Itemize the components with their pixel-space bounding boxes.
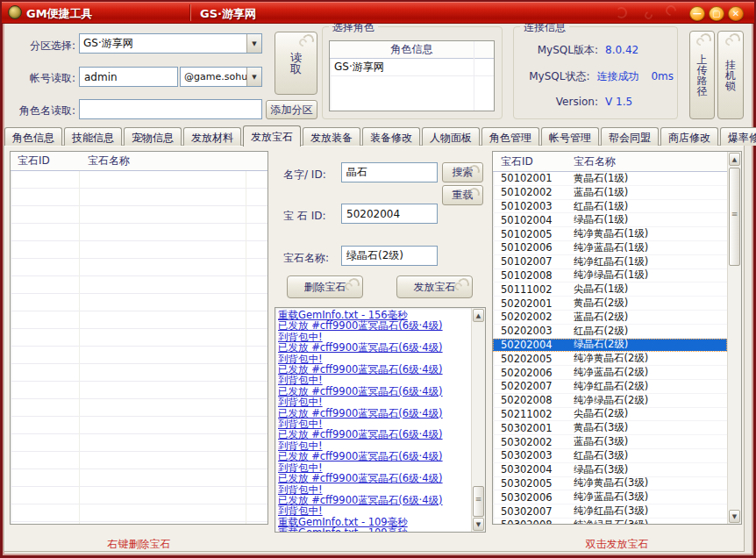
gem-row[interactable]: 50302007纯净红晶石(3级)	[493, 504, 727, 519]
partition-select[interactable]: GS·游享网 ▼	[79, 33, 262, 54]
gem-row[interactable]: 50302001黄晶石(3级)	[493, 421, 727, 435]
version-row: Version: V 1.5	[519, 95, 674, 109]
tab-0[interactable]: 角色信息	[4, 127, 62, 146]
scrollbar-thumb[interactable]	[473, 486, 484, 517]
scroll-up-icon[interactable]: ▲	[473, 309, 484, 322]
tab-10[interactable]: 帮会同盟	[601, 127, 659, 146]
log-scrollbar[interactable]: ▲ ▼	[471, 308, 485, 532]
minimize-button[interactable]: —	[689, 6, 705, 21]
tab-2[interactable]: 宠物信息	[124, 127, 182, 146]
gem-row[interactable]: 50302003红晶石(3级)	[493, 449, 727, 463]
tab-6[interactable]: 装备修改	[362, 127, 420, 146]
app-title: GM便捷工具	[26, 6, 93, 22]
gem-row[interactable]: 50202008纯净绿晶石(2级)	[493, 394, 727, 408]
log-line: 已发放 #cff9900蓝冥晶石(6级·4级)	[278, 451, 470, 461]
gem-name-header[interactable]: 宝石名称	[565, 154, 616, 169]
gem-row[interactable]: 50302005纯净黄晶石(3级)	[493, 477, 727, 491]
gem-name-input[interactable]: 绿晶石(2级)	[341, 246, 438, 266]
add-partition-button[interactable]: 添加分区	[266, 100, 317, 119]
gem-row[interactable]: 50202004绿晶石(2级)	[493, 339, 727, 353]
gem-row-id: 50202001	[493, 297, 565, 310]
gem-tab-page: 宝石ID 宝石名称 右键删除宝石 名字/ ID: 晶石 搜索 重载 宝 石 ID…	[4, 145, 745, 552]
gem-catalog-scrollbar[interactable]: ▲ ▼	[727, 152, 741, 524]
log-line: 到背包中!	[278, 375, 470, 385]
tab-1[interactable]: 技能信息	[64, 127, 122, 146]
mysql-status-row: MySQL状态: 连接成功 0ms	[519, 69, 674, 83]
account-label: 帐号读取:	[7, 71, 75, 86]
dropdown-arrow-icon[interactable]: ▼	[246, 68, 261, 86]
hangup-lock-button[interactable]: 挂 机 锁	[717, 31, 744, 119]
gem-row-id: 50202005	[493, 353, 565, 365]
gem-row[interactable]: 50102008纯净绿晶石(1级)	[493, 269, 727, 283]
maximize-button[interactable]: ▢	[709, 6, 724, 21]
mysql-version-row: MySQL版本: 8.0.42	[519, 43, 674, 57]
read-button[interactable]: 读 取	[275, 32, 317, 95]
tab-8[interactable]: 角色管理	[481, 127, 539, 146]
search-button[interactable]: 搜索	[442, 162, 483, 182]
log-output[interactable]: 重载GemInfo.txt - 156毫秒已发放 #cff9900蓝冥晶石(6级…	[275, 307, 486, 533]
close-button[interactable]: ✕	[728, 6, 744, 21]
owned-gem-list[interactable]: 宝石ID 宝石名称	[10, 151, 268, 525]
gem-row[interactable]: 50302004绿晶石(3级)	[493, 463, 727, 477]
gem-row[interactable]: 50202006纯净蓝晶石(2级)	[493, 366, 727, 380]
gem-row-name: 蓝晶石(1级)	[565, 186, 727, 199]
gem-search-input[interactable]: 晶石	[341, 162, 438, 182]
account-input[interactable]: admin	[79, 67, 178, 87]
tab-9[interactable]: 帐号管理	[541, 127, 599, 146]
gem-row[interactable]: 50102007纯净红晶石(1级)	[493, 255, 727, 269]
gem-row[interactable]: 50102005纯净黄晶石(1级)	[493, 227, 727, 241]
delete-gem-button[interactable]: 删除宝石	[287, 275, 363, 298]
tab-4[interactable]: 发放宝石	[243, 125, 301, 147]
gem-row-name: 黄晶石(2级)	[565, 297, 727, 310]
upload-path-button[interactable]: 上 传 路 径	[689, 31, 715, 119]
gem-row[interactable]: 50302002蓝晶石(3级)	[493, 435, 727, 449]
gem-id-header[interactable]: 宝石ID	[493, 154, 565, 169]
gem-row[interactable]: 50202001黄晶石(2级)	[493, 297, 727, 311]
gem-id-input[interactable]: 50202004	[341, 204, 438, 224]
dropdown-arrow-icon[interactable]: ▼	[246, 34, 261, 53]
gem-row-name: 尖晶石(1级)	[565, 283, 727, 296]
gem-row-name: 绿晶石(2级)	[565, 338, 727, 351]
gem-row-name: 纯净绿晶石(2级)	[565, 394, 727, 407]
gem-row[interactable]: 50302006纯净蓝晶石(3级)	[493, 490, 727, 504]
role-name-label: 角色名读取:	[2, 104, 75, 118]
scroll-down-icon[interactable]: ▼	[473, 518, 484, 531]
gem-row-id: 50202004	[493, 339, 565, 351]
tab-7[interactable]: 人物面板	[422, 127, 480, 146]
gem-row[interactable]: 50102003红晶石(1级)	[493, 200, 727, 214]
gem-row[interactable]: 50102001黄晶石(1级)	[493, 172, 727, 186]
gem-row-name: 红晶石(1级)	[565, 200, 727, 213]
gem-row[interactable]: 50302008纯净绿晶石(3级)	[493, 519, 727, 524]
gem-row[interactable]: 50202007纯净红晶石(2级)	[493, 380, 727, 394]
tab-11[interactable]: 商店修改	[660, 127, 718, 146]
gem-row[interactable]: 50202005纯净黄晶石(2级)	[493, 352, 727, 366]
scrollbar-thumb[interactable]	[729, 168, 740, 266]
gem-row[interactable]: 50111002尖晶石(1级)	[493, 283, 727, 297]
scroll-up-icon[interactable]: ▲	[729, 153, 740, 166]
gem-row[interactable]: 50202002蓝晶石(2级)	[493, 311, 727, 325]
tab-5[interactable]: 发放装备	[303, 127, 360, 146]
scroll-down-icon[interactable]: ▼	[729, 510, 740, 523]
gem-row[interactable]: 50102002蓝晶石(1级)	[493, 186, 727, 200]
gem-row[interactable]: 50102006纯净蓝晶石(1级)	[493, 241, 727, 255]
gem-row-id: 50102001	[493, 172, 565, 184]
gem-catalog-list[interactable]: 宝石ID 宝石名称 50102001黄晶石(1级)50102002蓝晶石(1级)…	[492, 151, 742, 525]
give-gem-button[interactable]: 发放宝石	[396, 275, 473, 298]
log-line: 已发放 #cff9900蓝冥晶石(6级·4级)	[278, 429, 470, 440]
page-title: GS·游享网	[200, 6, 256, 22]
gem-row[interactable]: 50102004绿晶石(1级)	[493, 213, 727, 227]
role-row[interactable]: GS·游享网	[330, 59, 494, 76]
role-list-header[interactable]: 角色信息	[330, 41, 494, 59]
gem-row-name: 纯净绿晶石(3级)	[565, 519, 727, 524]
tab-12[interactable]: 爆率修改	[720, 127, 756, 146]
tab-3[interactable]: 发放材料	[183, 127, 241, 146]
owned-gem-id-header[interactable]: 宝石ID	[11, 154, 79, 168]
gem-row[interactable]: 50202003红晶石(2级)	[493, 325, 727, 339]
gem-row-id: 50102006	[493, 241, 565, 254]
gem-row[interactable]: 50211002尖晶石(2级)	[493, 408, 727, 422]
gem-row-name: 纯净黄晶石(2级)	[565, 352, 727, 365]
role-name-input[interactable]	[79, 99, 262, 119]
account-domain-select[interactable]: @game.sohu.co ▼	[180, 67, 262, 87]
reload-button[interactable]: 重载	[442, 185, 483, 205]
owned-gem-name-header[interactable]: 宝石名称	[79, 154, 130, 168]
